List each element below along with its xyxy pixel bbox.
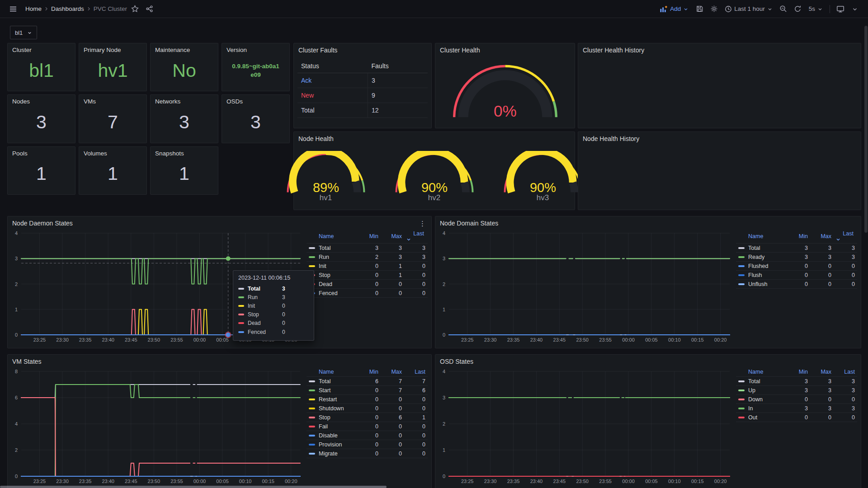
legend-series-name[interactable]: Total bbox=[736, 244, 787, 253]
breadcrumb-home[interactable]: Home bbox=[25, 5, 42, 12]
legend-col-min[interactable]: Min bbox=[357, 230, 381, 244]
legend-col-min[interactable]: Min bbox=[787, 368, 810, 377]
zoom-out-time-button[interactable] bbox=[777, 2, 790, 16]
series-color-swatch bbox=[309, 247, 315, 249]
legend-series-name[interactable]: Up bbox=[736, 386, 787, 395]
svg-text:2: 2 bbox=[443, 421, 445, 427]
refresh-button[interactable] bbox=[791, 2, 805, 16]
series-color-swatch bbox=[238, 331, 244, 333]
refresh-interval-label: 5s bbox=[809, 5, 815, 12]
gear-icon bbox=[710, 5, 718, 13]
add-panel-button[interactable]: Add bbox=[656, 4, 692, 14]
legend-series-name[interactable]: Fail bbox=[307, 422, 357, 431]
legend-row-in: In333 bbox=[736, 404, 857, 413]
legend-last-value: 0 bbox=[834, 262, 857, 271]
legend-series-name[interactable]: Down bbox=[736, 395, 787, 404]
legend-series-name[interactable]: Start bbox=[307, 386, 357, 395]
legend-col-max[interactable]: Max bbox=[381, 230, 404, 244]
legend-last-value: 0 bbox=[404, 280, 428, 289]
svg-text:23:40: 23:40 bbox=[530, 337, 543, 343]
svg-text:23:35: 23:35 bbox=[507, 479, 520, 484]
legend-series-name[interactable]: Provision bbox=[307, 440, 357, 449]
legend-row-flushed: Flushed000 bbox=[736, 262, 857, 271]
svg-text:0: 0 bbox=[15, 332, 18, 338]
svg-text:23:30: 23:30 bbox=[484, 479, 497, 484]
svg-text:00:05: 00:05 bbox=[216, 337, 229, 343]
legend-col-max[interactable]: Max bbox=[810, 230, 834, 244]
svg-text:23:50: 23:50 bbox=[148, 337, 160, 343]
legend-series-name[interactable]: Shutdown bbox=[307, 404, 357, 413]
legend-series-name[interactable]: Ready bbox=[736, 253, 787, 262]
favorite-star-button[interactable] bbox=[128, 2, 142, 16]
legend-series-name[interactable]: Total bbox=[736, 377, 787, 386]
legend-series-name[interactable]: In bbox=[736, 404, 787, 413]
legend-series-name[interactable]: Flush bbox=[736, 271, 787, 280]
legend-col-last[interactable]: Last bbox=[404, 230, 428, 244]
legend-series-name[interactable]: Disable bbox=[307, 431, 357, 440]
top-navbar: Home Dashboards PVC Cluster Add Last 1 h… bbox=[0, 0, 868, 18]
save-dashboard-button[interactable] bbox=[693, 2, 706, 16]
legend-col-max[interactable]: Max bbox=[381, 368, 404, 377]
menu-toggle-button[interactable] bbox=[6, 2, 20, 16]
legend-series-name[interactable]: Stop bbox=[307, 413, 357, 422]
legend-col-max[interactable]: Max bbox=[810, 368, 834, 377]
legend-row-migrate: Migrate000 bbox=[307, 449, 428, 458]
legend-col-name[interactable]: Name bbox=[307, 368, 357, 377]
legend-series-name[interactable]: Migrate bbox=[307, 449, 357, 458]
legend-series-name[interactable]: Total bbox=[307, 377, 357, 386]
legend-col-last[interactable]: Last bbox=[834, 230, 857, 244]
gauge-label: hv1 bbox=[286, 193, 366, 202]
legend-col-last[interactable]: Last bbox=[404, 368, 428, 377]
legend-col-name[interactable]: Name bbox=[736, 368, 787, 377]
chevron-down-icon bbox=[683, 6, 689, 12]
legend-col-min[interactable]: Min bbox=[787, 230, 810, 244]
legend-series-name[interactable]: Flushed bbox=[736, 262, 787, 271]
stat-value: 1 bbox=[84, 157, 142, 191]
legend-col-min[interactable]: Min bbox=[357, 368, 381, 377]
tv-mode-button[interactable] bbox=[834, 2, 847, 16]
svg-text:23:25: 23:25 bbox=[461, 337, 474, 343]
svg-text:23:40: 23:40 bbox=[530, 479, 543, 484]
legend-series-name[interactable]: Init bbox=[307, 262, 357, 271]
series-color-swatch bbox=[309, 417, 315, 418]
legend-series-name[interactable]: Out bbox=[736, 413, 787, 422]
gauge-label: hv3 bbox=[503, 193, 583, 202]
dashboard-settings-button[interactable] bbox=[707, 2, 721, 16]
node-domain-states-chart[interactable]: 0123423:2523:3023:3523:4023:4523:5023:55… bbox=[437, 229, 732, 345]
legend-series-name[interactable]: Run bbox=[307, 253, 357, 262]
tooltip-row-total: Total3 bbox=[238, 284, 309, 293]
vm-states-chart[interactable]: 0246823:2523:3023:3523:4023:4523:5023:55… bbox=[9, 367, 303, 486]
osd-states-chart[interactable]: 0123423:2523:3023:3523:4023:4523:5023:55… bbox=[437, 367, 732, 486]
legend-series-name[interactable]: Restart bbox=[307, 395, 357, 404]
legend-col-name[interactable]: Name bbox=[736, 230, 787, 244]
legend-series-name[interactable]: Unflush bbox=[736, 280, 787, 289]
tooltip-series-value: 0 bbox=[282, 303, 285, 309]
svg-text:23:55: 23:55 bbox=[170, 479, 183, 484]
svg-text:23:30: 23:30 bbox=[56, 479, 69, 484]
stat-value: 1 bbox=[155, 157, 213, 191]
panel-menu-kebab-icon[interactable]: ⋮ bbox=[417, 219, 428, 229]
variable-dropdown[interactable]: bl1 bbox=[10, 26, 37, 39]
panel-title: Node Health bbox=[294, 132, 575, 144]
svg-text:23:30: 23:30 bbox=[56, 337, 69, 343]
horizontal-scrollbar-thumb[interactable] bbox=[0, 486, 387, 488]
magnifier-minus-icon bbox=[779, 5, 787, 13]
vertical-scrollbar-thumb[interactable] bbox=[864, 26, 868, 233]
legend-col-last[interactable]: Last bbox=[834, 368, 857, 377]
stat-title: Primary Node bbox=[84, 47, 142, 53]
legend-series-name[interactable]: Total bbox=[307, 244, 357, 253]
node-health-gauges: 89%hv190%hv290%hv3 bbox=[294, 144, 575, 213]
series-color-swatch bbox=[238, 322, 244, 324]
panel-cluster-faults: Cluster Faults StatusFaults Ack3New9Tota… bbox=[293, 43, 432, 128]
legend-last-value: 0 bbox=[404, 395, 428, 404]
svg-text:2: 2 bbox=[15, 282, 18, 287]
svg-text:0%: 0% bbox=[494, 102, 517, 120]
legend-last-value: 0 bbox=[834, 271, 857, 280]
time-range-picker[interactable]: Last 1 hour bbox=[722, 4, 776, 14]
navbar-more-button[interactable] bbox=[848, 2, 862, 16]
breadcrumb-dashboards[interactable]: Dashboards bbox=[51, 5, 84, 12]
legend-col-name[interactable]: Name bbox=[307, 230, 357, 244]
refresh-interval-picker[interactable]: 5s bbox=[806, 4, 826, 14]
share-button[interactable] bbox=[142, 2, 156, 16]
legend-last-value: 3 bbox=[834, 377, 857, 386]
